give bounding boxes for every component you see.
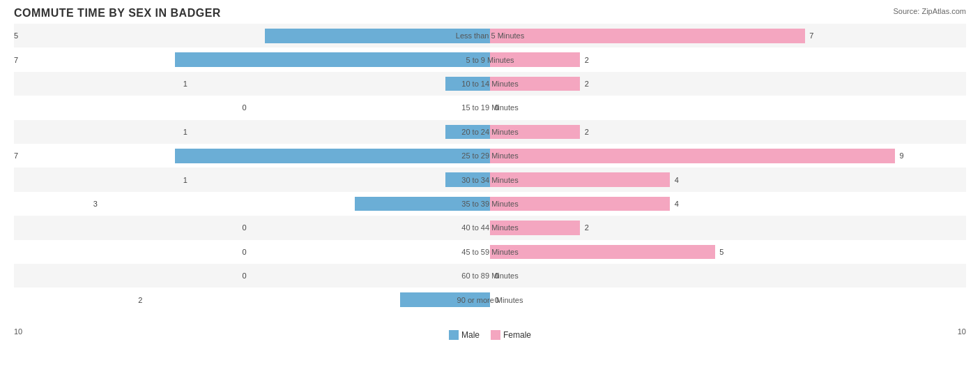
left-section: 7 [14, 144, 490, 167]
female-value: 0 [495, 103, 499, 112]
left-section: 0 [14, 216, 490, 239]
female-bar [490, 52, 580, 67]
female-value: 4 [675, 176, 679, 184]
legend-male-box [449, 330, 459, 340]
left-section: 5 [14, 24, 490, 47]
male-bar [175, 149, 490, 163]
left-section: 1 [14, 120, 490, 144]
male-value: 0 [243, 271, 247, 280]
female-bar [490, 149, 895, 163]
male-bar [445, 77, 491, 91]
right-section: 5 [490, 240, 966, 264]
table-row: 0240 to 44 Minutes [14, 216, 966, 239]
right-section: 2 [490, 72, 966, 96]
right-section: 2 [490, 120, 966, 144]
legend-female-label: Female [503, 330, 531, 340]
female-value: 9 [899, 151, 903, 160]
female-value: 5 [719, 248, 723, 256]
male-value: 7 [14, 151, 18, 160]
male-value: 1 [183, 80, 187, 88]
table-row: 1430 to 34 Minutes [14, 167, 966, 191]
table-row: 2090 or more Minutes [14, 288, 966, 311]
chart-container: COMMUTE TIME BY SEX IN BADGER Source: Zi… [0, 0, 980, 365]
table-row: 3435 to 39 Minutes [14, 192, 966, 216]
table-row: 0060 to 89 Minutes [14, 264, 966, 288]
right-section: 9 [490, 144, 966, 167]
male-bar [175, 52, 490, 67]
legend-male-label: Male [461, 330, 480, 340]
legend-female: Female [491, 330, 531, 340]
left-section: 7 [14, 47, 490, 71]
female-value: 2 [585, 56, 589, 64]
male-value: 7 [14, 56, 18, 64]
right-section: 4 [490, 192, 966, 216]
male-value: 0 [243, 223, 247, 232]
male-value: 2 [138, 296, 142, 304]
bottom-area: 10 Male Female 10 [14, 312, 966, 340]
right-section: 2 [490, 47, 966, 71]
male-bar [265, 29, 490, 43]
female-value: 2 [585, 80, 589, 88]
legend: Male Female [449, 330, 531, 340]
right-section: 0 [490, 96, 966, 119]
male-value: 0 [243, 248, 247, 256]
left-section: 3 [14, 192, 490, 216]
source-text: Source: ZipAtlas.com [893, 7, 966, 15]
female-value: 7 [809, 31, 813, 40]
female-bar [490, 125, 580, 140]
axis-left: 10 [14, 327, 22, 340]
female-value: 4 [675, 200, 679, 208]
female-value: 0 [495, 296, 499, 304]
table-row: 7925 to 29 Minutes [14, 144, 966, 167]
legend-male: Male [449, 330, 480, 340]
right-section: 4 [490, 167, 966, 191]
male-bar [445, 125, 491, 140]
left-section: 0 [14, 264, 490, 288]
female-bar [490, 197, 670, 211]
left-section: 2 [14, 288, 490, 311]
table-row: 57Less than 5 Minutes [14, 24, 966, 47]
female-bar [490, 29, 805, 43]
table-row: 0545 to 59 Minutes [14, 240, 966, 264]
legend-female-box [491, 330, 500, 340]
table-row: 1210 to 14 Minutes [14, 72, 966, 96]
table-row: 725 to 9 Minutes [14, 47, 966, 71]
male-bar [355, 197, 490, 211]
female-bar [490, 172, 670, 187]
female-value: 0 [495, 271, 499, 280]
female-bar [490, 77, 580, 91]
axis-labels: 10 Male Female 10 [14, 325, 966, 340]
male-value: 1 [183, 176, 187, 184]
female-bar [490, 245, 715, 260]
female-bar [490, 221, 580, 235]
left-section: 1 [14, 167, 490, 191]
right-section: 7 [490, 24, 966, 47]
male-value: 3 [93, 200, 98, 208]
male-value: 1 [183, 128, 187, 136]
male-bar [445, 172, 491, 187]
table-row: 0015 to 19 Minutes [14, 96, 966, 119]
male-value: 5 [14, 31, 18, 40]
left-section: 1 [14, 72, 490, 96]
left-section: 0 [14, 96, 490, 119]
table-row: 1220 to 24 Minutes [14, 120, 966, 144]
right-section: 0 [490, 264, 966, 288]
right-section: 2 [490, 216, 966, 239]
axis-right: 10 [958, 327, 966, 340]
right-section: 0 [490, 288, 966, 311]
chart-area: 57Less than 5 Minutes725 to 9 Minutes121… [14, 24, 966, 312]
left-section: 0 [14, 240, 490, 264]
male-bar [400, 292, 490, 307]
chart-title: COMMUTE TIME BY SEX IN BADGER [14, 7, 966, 20]
female-value: 2 [585, 128, 589, 136]
male-value: 0 [243, 103, 247, 112]
female-value: 2 [585, 223, 589, 232]
